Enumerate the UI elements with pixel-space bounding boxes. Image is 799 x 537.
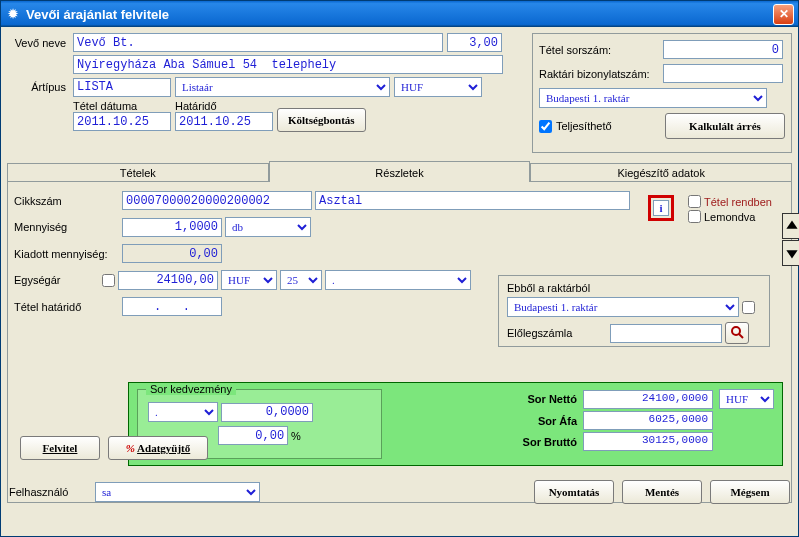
line-no-input[interactable]	[663, 40, 783, 59]
app-icon: ✹	[5, 6, 21, 22]
item-deadline-input[interactable]	[122, 297, 222, 316]
deadline-label: Határidő	[175, 100, 273, 112]
vat-label: Sor Áfa	[538, 415, 577, 427]
arrow-up-button[interactable]	[782, 213, 799, 239]
doc-no-label: Raktári bizonylatszám:	[539, 68, 659, 80]
issued-input	[122, 244, 222, 263]
customer-label: Vevő neve	[7, 37, 69, 49]
tab-items[interactable]: Tételek	[7, 163, 269, 182]
svg-line-1	[739, 334, 743, 338]
advance-input[interactable]	[610, 324, 722, 343]
info-button[interactable]: i	[648, 195, 674, 221]
price-extra-select[interactable]: .	[325, 270, 471, 290]
discount-pct-input[interactable]	[218, 426, 288, 445]
net-value: 24100,0000	[583, 390, 713, 409]
tab-details[interactable]: Részletek	[269, 161, 531, 182]
pricetype-label: Ártípus	[7, 81, 69, 93]
warehouse-select[interactable]: Budapesti 1. raktár	[539, 88, 767, 108]
vat-value: 6025,0000	[583, 411, 713, 430]
cancel-button[interactable]: Mégsem	[710, 480, 790, 504]
gross-value: 30125,0000	[583, 432, 713, 451]
price-checkbox[interactable]	[102, 274, 115, 287]
discount-value-input[interactable]	[221, 403, 313, 422]
user-label: Felhasználó	[9, 486, 87, 498]
stock-label: Ebből a raktárból	[507, 282, 590, 294]
print-button[interactable]: Nyomtatás	[534, 480, 614, 504]
stock-warehouse-select[interactable]: Budapesti 1. raktár	[507, 297, 739, 317]
currency-select[interactable]: HUF	[394, 77, 482, 97]
item-cancel-checkbox[interactable]	[688, 210, 701, 223]
customer-qty-input[interactable]	[447, 33, 502, 52]
gross-label: Sor Bruttó	[523, 436, 577, 448]
svg-point-0	[732, 327, 740, 335]
arrow-down-button[interactable]	[782, 240, 799, 266]
save-button[interactable]: Mentés	[622, 480, 702, 504]
advance-lookup-button[interactable]	[725, 322, 749, 344]
qty-label: Mennyiség	[14, 221, 119, 233]
item-ok-label: Tétel rendben	[704, 196, 772, 208]
item-cancel-checkbox-row: Lemondva	[688, 210, 772, 223]
advance-label: Előlegszámla	[507, 327, 607, 339]
discount-title: Sor kedvezmény	[146, 383, 236, 395]
item-deadline-label: Tétel határidő	[14, 301, 119, 313]
discount-select[interactable]: .	[148, 402, 218, 422]
collector-button[interactable]: % Adatgyüjtő	[108, 436, 208, 460]
window-title: Vevői árajánlat felvitele	[26, 7, 773, 22]
deadline-input[interactable]	[175, 112, 273, 131]
item-ok-checkbox-row: Tétel rendben	[688, 195, 772, 208]
cost-breakdown-button[interactable]: Költségbontás	[277, 108, 366, 132]
pricetype-input[interactable]	[73, 78, 171, 97]
price-input[interactable]	[118, 271, 218, 290]
doc-no-input[interactable]	[663, 64, 783, 83]
fulfillable-checkbox[interactable]: Teljesíthető	[539, 120, 612, 133]
net-currency-select[interactable]: HUF	[719, 389, 774, 409]
percent-sign: %	[291, 430, 301, 442]
close-button[interactable]: ✕	[773, 4, 794, 25]
itemname-input[interactable]	[315, 191, 630, 210]
margin-button[interactable]: Kalkulált árrés	[665, 113, 785, 139]
record-button[interactable]: Felvitel	[20, 436, 100, 460]
item-date-input[interactable]	[73, 112, 171, 131]
price-currency-select[interactable]: HUF	[221, 270, 277, 290]
itemno-label: Cikkszám	[14, 195, 119, 207]
customer-address-input[interactable]	[73, 55, 503, 74]
net-label: Sor Nettó	[528, 393, 578, 405]
stock-checkbox[interactable]	[742, 301, 755, 314]
issued-label: Kiadott mennyiség:	[14, 248, 119, 260]
item-ok-checkbox[interactable]	[688, 195, 701, 208]
date-label: Tétel dátuma	[73, 100, 171, 112]
tab-extra[interactable]: Kiegészítő adatok	[530, 163, 792, 182]
pricename-select[interactable]: Listaár	[175, 77, 390, 97]
customer-name-input[interactable]	[73, 33, 443, 52]
unit-select[interactable]: db	[225, 217, 311, 237]
line-no-label: Tétel sorszám:	[539, 44, 659, 56]
vat-select[interactable]: 25	[280, 270, 322, 290]
itemno-input[interactable]	[122, 191, 312, 210]
search-icon	[730, 325, 744, 339]
user-select[interactable]: sa	[95, 482, 260, 502]
qty-input[interactable]	[122, 218, 222, 237]
item-cancel-label: Lemondva	[704, 211, 755, 223]
price-label: Egységár	[14, 274, 99, 286]
